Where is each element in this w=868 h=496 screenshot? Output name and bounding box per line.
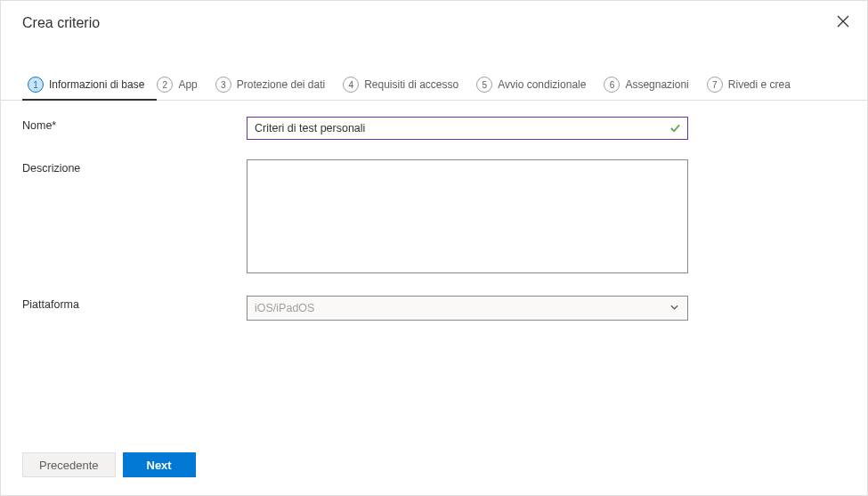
tab-data-protection[interactable]: 3 Protezione dei dati <box>210 71 337 100</box>
form-row-description: Descrizione <box>22 159 846 276</box>
tab-step-number: 4 <box>343 77 359 93</box>
wizard-tabs: 1 Informazioni di base 2 App 3 Protezion… <box>1 71 867 101</box>
tab-label: Rivedi e crea <box>728 78 791 91</box>
form-row-platform: Piattaforma <box>22 296 846 321</box>
tab-step-number: 6 <box>604 77 620 93</box>
next-button[interactable]: Next <box>123 452 196 477</box>
panel-title: Crea criterio <box>22 15 100 31</box>
description-label: Descrizione <box>22 159 247 175</box>
checkmark-icon <box>669 123 681 134</box>
tab-app[interactable]: 2 App <box>157 71 209 100</box>
tab-step-number: 1 <box>28 77 44 93</box>
tab-step-number: 2 <box>157 77 173 93</box>
tab-step-number: 5 <box>476 77 492 93</box>
previous-button[interactable]: Precedente <box>22 452 116 477</box>
tab-label: Protezione dei dati <box>237 78 325 91</box>
tab-basics[interactable]: 1 Informazioni di base <box>22 71 157 100</box>
tab-label: Requisiti di accesso <box>364 78 458 91</box>
close-button[interactable] <box>833 12 853 34</box>
platform-label: Piattaforma <box>22 296 247 311</box>
tab-review-create[interactable]: 7 Rivedi e crea <box>702 71 803 100</box>
platform-select[interactable] <box>247 296 688 321</box>
name-label: Nome* <box>22 117 247 132</box>
tab-label: Informazioni di base <box>49 78 144 91</box>
tab-step-number: 7 <box>707 77 723 93</box>
tab-assignments[interactable]: 6 Assegnazioni <box>598 71 701 100</box>
tab-label: Avvio condizionale <box>498 78 586 91</box>
close-icon <box>837 15 849 30</box>
wizard-footer: Precedente Next <box>1 440 867 495</box>
form-row-name: Nome* <box>22 117 846 140</box>
tab-access-requirements[interactable]: 4 Requisiti di accesso <box>337 71 471 100</box>
tab-label: App <box>178 78 197 91</box>
description-input[interactable] <box>247 159 688 273</box>
tab-conditional-launch[interactable]: 5 Avvio condizionale <box>471 71 598 100</box>
tab-step-number: 3 <box>215 77 231 93</box>
panel-header: Crea criterio <box>1 1 867 41</box>
name-input[interactable] <box>247 117 688 140</box>
form-body: Nome* Descrizione Piattaforma <box>1 101 867 440</box>
tab-label: Assegnazioni <box>625 78 688 91</box>
create-policy-panel: Crea criterio 1 Informazioni di base 2 A… <box>0 0 868 496</box>
